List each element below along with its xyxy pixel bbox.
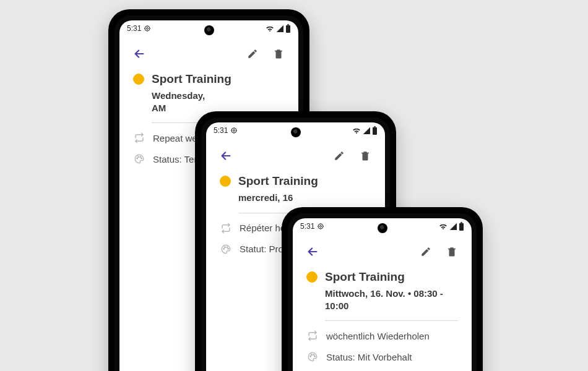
location-icon bbox=[230, 127, 238, 134]
svg-rect-33 bbox=[460, 222, 462, 223]
row-label: wöchentlich Wiederholen bbox=[326, 331, 430, 341]
wifi-icon bbox=[439, 223, 447, 230]
phone-frame: 5:31Sport TrainingMittwoch, 16. Nov. • 0… bbox=[282, 207, 483, 371]
location-icon bbox=[317, 223, 324, 230]
back-button[interactable] bbox=[131, 45, 148, 62]
svg-point-1 bbox=[145, 26, 150, 31]
event-datetime: Wednesday,AM bbox=[152, 90, 285, 114]
delete-button[interactable] bbox=[443, 243, 460, 260]
event-title: Sport Training bbox=[238, 174, 318, 188]
svg-point-36 bbox=[311, 354, 313, 356]
app-bar bbox=[119, 34, 298, 65]
statusbar-time: 5:31 bbox=[127, 24, 141, 33]
svg-rect-7 bbox=[287, 24, 289, 25]
signal-icon bbox=[363, 127, 370, 134]
repeat-icon bbox=[306, 330, 319, 342]
wifi-icon bbox=[266, 25, 274, 32]
signal-icon bbox=[276, 25, 283, 32]
svg-point-12 bbox=[141, 158, 142, 159]
palette-icon bbox=[306, 351, 319, 363]
statusbar-time: 5:31 bbox=[214, 126, 228, 135]
signal-icon bbox=[449, 223, 457, 230]
svg-point-13 bbox=[233, 130, 235, 132]
event-title: Sport Training bbox=[152, 72, 231, 86]
delete-button[interactable] bbox=[270, 45, 287, 62]
status-row: Status: Mit Vorbehalt bbox=[306, 351, 458, 363]
back-button[interactable] bbox=[217, 147, 235, 164]
edit-button[interactable] bbox=[331, 147, 348, 164]
palette-icon bbox=[220, 243, 232, 255]
event-color-dot bbox=[220, 176, 231, 187]
svg-point-35 bbox=[310, 356, 311, 357]
battery-icon bbox=[285, 24, 291, 33]
svg-point-27 bbox=[318, 224, 323, 229]
event-datetime: Mittwoch, 16. Nov. • 08:30 - 10:00 bbox=[325, 288, 458, 312]
svg-point-25 bbox=[228, 248, 229, 249]
event-color-dot bbox=[133, 74, 144, 85]
row-label: Status: Mit Vorbehalt bbox=[326, 352, 412, 362]
battery-icon bbox=[372, 126, 378, 135]
palette-icon bbox=[133, 153, 145, 165]
svg-point-10 bbox=[138, 156, 139, 158]
svg-rect-6 bbox=[286, 25, 290, 33]
edit-button[interactable] bbox=[244, 45, 261, 62]
statusbar-time: 5:31 bbox=[300, 222, 314, 231]
repeat-icon bbox=[133, 132, 145, 144]
app-bar bbox=[293, 232, 472, 263]
svg-point-38 bbox=[314, 356, 316, 357]
edit-button[interactable] bbox=[417, 243, 435, 260]
svg-point-22 bbox=[223, 248, 225, 249]
event-title: Sport Training bbox=[325, 270, 405, 284]
battery-icon bbox=[459, 222, 464, 231]
svg-rect-19 bbox=[373, 127, 377, 135]
svg-point-24 bbox=[227, 246, 228, 247]
svg-point-23 bbox=[225, 246, 226, 247]
svg-rect-32 bbox=[459, 223, 464, 231]
delete-button[interactable] bbox=[357, 147, 374, 164]
event-color-dot bbox=[306, 271, 318, 283]
status-bar: 5:31 bbox=[119, 20, 298, 34]
app-bar bbox=[206, 136, 385, 167]
svg-rect-20 bbox=[374, 126, 376, 127]
svg-point-9 bbox=[137, 158, 138, 159]
event-datetime: mercredi, 16 bbox=[238, 192, 371, 204]
screen: 5:31Sport TrainingMittwoch, 16. Nov. • 0… bbox=[293, 218, 472, 371]
repeat-row: wöchentlich Wiederholen bbox=[306, 330, 458, 342]
status-bar: 5:31 bbox=[293, 218, 472, 232]
event-detail: Sport TrainingMittwoch, 16. Nov. • 08:30… bbox=[293, 263, 472, 363]
svg-point-11 bbox=[140, 156, 141, 158]
divider bbox=[325, 320, 458, 321]
back-button[interactable] bbox=[304, 243, 321, 260]
svg-point-37 bbox=[313, 354, 314, 356]
svg-point-14 bbox=[231, 128, 236, 133]
wifi-icon bbox=[352, 127, 361, 134]
svg-point-0 bbox=[147, 28, 149, 30]
repeat-icon bbox=[220, 222, 232, 234]
svg-point-26 bbox=[320, 226, 322, 228]
status-bar: 5:31 bbox=[206, 122, 385, 136]
location-icon bbox=[144, 25, 151, 32]
